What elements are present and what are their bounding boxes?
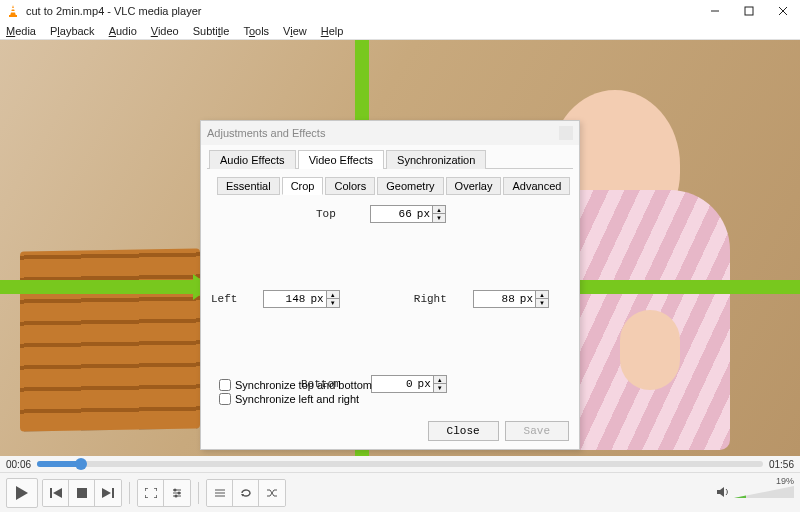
svg-rect-11 <box>77 488 87 498</box>
stop-button[interactable] <box>69 480 95 506</box>
time-total: 01:56 <box>769 459 794 470</box>
svg-rect-9 <box>50 488 52 498</box>
sync-left-right-checkbox[interactable]: Synchronize left and right <box>219 393 372 405</box>
unit-label: px <box>415 208 432 220</box>
extended-settings-button[interactable] <box>164 480 190 506</box>
crop-bottom-spinner[interactable]: px ▲▼ <box>371 375 447 393</box>
unit-label: px <box>308 293 325 305</box>
unit-label: px <box>518 293 535 305</box>
subtab-geometry[interactable]: Geometry <box>377 177 443 195</box>
dialog-save-button[interactable]: Save <box>505 421 569 441</box>
time-elapsed: 00:06 <box>6 459 31 470</box>
svg-marker-10 <box>53 488 62 498</box>
sync-top-bottom-checkbox[interactable]: Synchronize top and bottom <box>219 379 372 391</box>
svg-rect-3 <box>11 11 16 13</box>
checkbox-label: Synchronize left and right <box>235 393 359 405</box>
crop-right-input[interactable] <box>474 293 518 305</box>
svg-rect-2 <box>11 8 15 10</box>
crop-top-input[interactable] <box>371 208 415 220</box>
dialog-title: Adjustments and Effects <box>207 127 325 139</box>
svg-rect-5 <box>745 7 753 15</box>
tab-audio-effects[interactable]: Audio Effects <box>209 150 296 169</box>
svg-marker-26 <box>734 495 746 497</box>
crop-left-label: Left <box>211 293 237 305</box>
spin-down-icon[interactable]: ▼ <box>434 384 446 392</box>
fullscreen-button[interactable] <box>138 480 164 506</box>
checkbox-input[interactable] <box>219 379 231 391</box>
volume-percent: 19% <box>776 476 794 486</box>
playlist-button[interactable] <box>207 480 233 506</box>
svg-point-17 <box>174 488 177 491</box>
next-button[interactable] <box>95 480 121 506</box>
spin-up-icon[interactable]: ▲ <box>536 291 548 299</box>
spin-up-icon[interactable]: ▲ <box>434 376 446 384</box>
crop-right-label: Right <box>414 293 447 305</box>
subtab-advanced[interactable]: Advanced <box>503 177 570 195</box>
menu-video[interactable]: Video <box>151 25 179 37</box>
crop-top-spinner[interactable]: px ▲▼ <box>370 205 446 223</box>
svg-marker-8 <box>16 486 28 500</box>
svg-point-19 <box>175 494 178 497</box>
crop-left-input[interactable] <box>264 293 308 305</box>
controls-bar: 19% <box>0 472 800 512</box>
menu-subtitle[interactable]: Subtitle <box>193 25 230 37</box>
adjustments-effects-dialog: Adjustments and Effects Audio Effects Vi… <box>200 120 580 450</box>
crop-bottom-input[interactable] <box>372 378 416 390</box>
menu-help[interactable]: Help <box>321 25 344 37</box>
vlc-cone-icon <box>6 4 20 18</box>
subtab-essential[interactable]: Essential <box>217 177 280 195</box>
unit-label: px <box>416 378 433 390</box>
subtab-overlay[interactable]: Overlay <box>446 177 502 195</box>
play-button[interactable] <box>6 478 38 508</box>
loop-button[interactable] <box>233 480 259 506</box>
dialog-close-button[interactable] <box>559 126 573 140</box>
crop-right-spinner[interactable]: px ▲▼ <box>473 290 549 308</box>
minimize-button[interactable] <box>698 0 732 22</box>
video-area[interactable]: Adjustments and Effects Audio Effects Vi… <box>0 40 800 456</box>
seek-bar: 00:06 01:56 <box>0 456 800 472</box>
window-title: cut to 2min.mp4 - VLC media player <box>26 5 698 17</box>
menu-playback[interactable]: Playback <box>50 25 95 37</box>
shuffle-button[interactable] <box>259 480 285 506</box>
menu-media[interactable]: Media <box>6 25 36 37</box>
tab-synchronization[interactable]: Synchronization <box>386 150 486 169</box>
crop-left-spinner[interactable]: px ▲▼ <box>263 290 339 308</box>
svg-marker-12 <box>102 488 111 498</box>
svg-rect-1 <box>9 15 17 17</box>
video-content <box>20 248 200 431</box>
subtab-colors[interactable]: Colors <box>325 177 375 195</box>
svg-marker-24 <box>717 487 724 497</box>
close-button[interactable] <box>766 0 800 22</box>
title-bar: cut to 2min.mp4 - VLC media player <box>0 0 800 22</box>
spin-down-icon[interactable]: ▼ <box>536 299 548 307</box>
seek-track[interactable] <box>37 461 763 467</box>
spin-down-icon[interactable]: ▼ <box>327 299 339 307</box>
svg-point-18 <box>178 491 181 494</box>
spin-down-icon[interactable]: ▼ <box>433 214 445 222</box>
previous-button[interactable] <box>43 480 69 506</box>
svg-marker-0 <box>10 5 16 16</box>
seek-knob-icon[interactable] <box>75 458 87 470</box>
menu-view[interactable]: View <box>283 25 307 37</box>
volume-control[interactable]: 19% <box>716 486 794 500</box>
volume-slider[interactable]: 19% <box>734 486 794 500</box>
checkbox-label: Synchronize top and bottom <box>235 379 372 391</box>
dialog-close-action-button[interactable]: Close <box>428 421 499 441</box>
maximize-button[interactable] <box>732 0 766 22</box>
tab-video-effects[interactable]: Video Effects <box>298 150 384 169</box>
svg-rect-13 <box>112 488 114 498</box>
menu-tools[interactable]: Tools <box>243 25 269 37</box>
spin-up-icon[interactable]: ▲ <box>327 291 339 299</box>
subtab-crop[interactable]: Crop <box>282 177 324 195</box>
checkbox-input[interactable] <box>219 393 231 405</box>
menu-bar: Media Playback Audio Video Subtitle Tool… <box>0 22 800 40</box>
spin-up-icon[interactable]: ▲ <box>433 206 445 214</box>
crop-top-label: Top <box>316 208 336 220</box>
speaker-icon[interactable] <box>716 486 730 500</box>
menu-audio[interactable]: Audio <box>109 25 137 37</box>
